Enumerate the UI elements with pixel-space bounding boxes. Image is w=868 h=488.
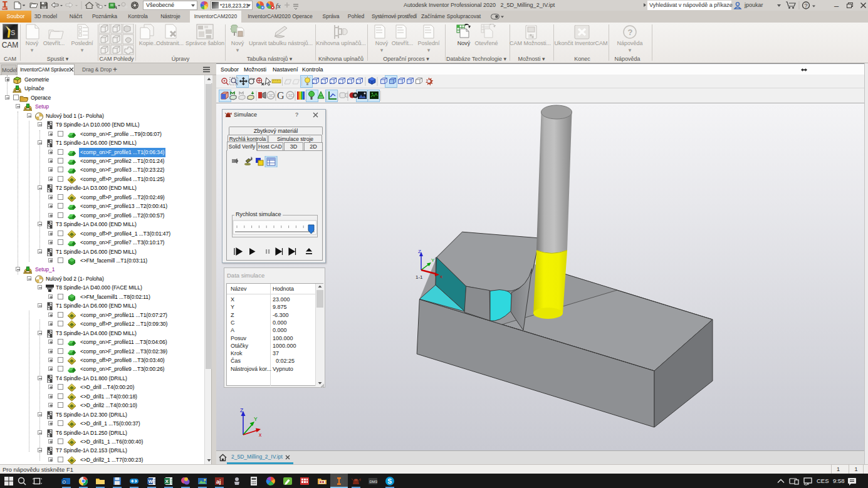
svg-text:G: G: [277, 90, 285, 101]
svg-text:3D: 3D: [288, 93, 294, 98]
svg-text:fx: fx: [276, 2, 281, 9]
svg-text:Y: Y: [431, 257, 435, 263]
svg-text:aj: aj: [216, 479, 221, 485]
svg-text:Z: Z: [418, 249, 421, 254]
svg-text:3D: 3D: [268, 93, 275, 98]
svg-text:?: ?: [628, 28, 633, 37]
svg-text:x: x: [440, 274, 442, 279]
svg-text:1-1: 1-1: [416, 274, 423, 280]
svg-text:Z: Z: [240, 407, 243, 413]
svg-text:S: S: [388, 478, 392, 485]
svg-text:Y: Y: [254, 416, 258, 422]
svg-text:PRO: PRO: [3, 8, 6, 10]
svg-text:W: W: [149, 479, 154, 484]
svg-text:O: O: [63, 480, 66, 484]
svg-text:X: X: [165, 479, 169, 484]
svg-text:x: x: [259, 432, 262, 438]
svg-text:?: ?: [805, 3, 808, 9]
svg-text:DM3: DM3: [370, 480, 378, 484]
svg-text:S: S: [11, 29, 15, 36]
